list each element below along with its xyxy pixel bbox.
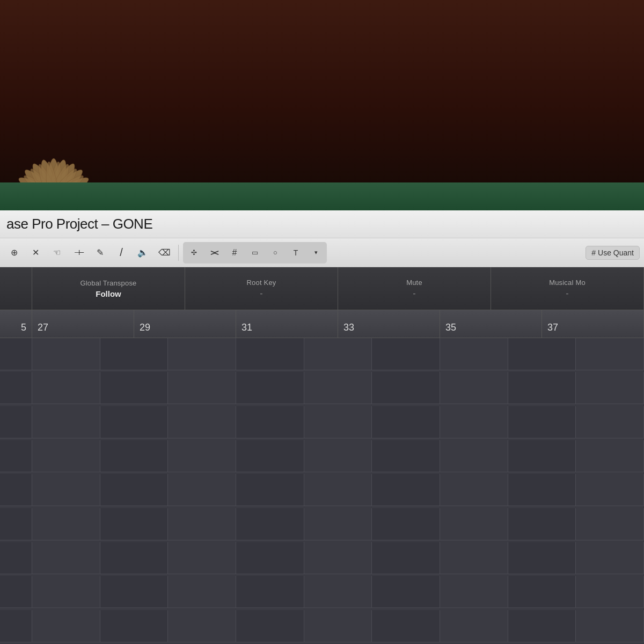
toolbar: ⊕ ✕ ☜ ⊣⊢ ✎ / 🔈 ⌫ ✣ >< # ▭ ○ T ▾ # Use Qu… [0, 238, 644, 267]
merge-button[interactable]: >< [204, 243, 224, 262]
speaker-tool-button[interactable]: 🔈 [133, 243, 152, 262]
eraser-tool-button[interactable]: ⌫ [155, 243, 174, 262]
grid-cell [100, 576, 169, 608]
grid-cell [304, 372, 372, 404]
split-tool-button[interactable]: ⊣⊢ [69, 243, 88, 262]
grid-cell [304, 508, 372, 540]
toolbar-mode-group: ✣ >< # ▭ ○ T ▾ [183, 242, 327, 264]
track-col-number [0, 267, 32, 310]
grid-cell [304, 542, 372, 574]
grid-cell [304, 440, 372, 472]
grid-cell [440, 338, 508, 370]
grid-cell [168, 338, 236, 370]
grid-cell [304, 610, 372, 642]
grid-cell [440, 440, 508, 472]
grid-cell [508, 440, 576, 472]
grid-cell [100, 440, 169, 472]
text-button[interactable]: T [286, 243, 305, 262]
grid-cell [0, 440, 32, 472]
grid-cell [0, 474, 32, 506]
grid-cell [32, 440, 100, 472]
grid-cell [236, 474, 304, 506]
grid-cell [576, 610, 644, 642]
timeline-marker-31: 31 [236, 310, 338, 338]
grid-cell [372, 542, 440, 574]
timeline-marker-33: 33 [338, 310, 440, 338]
grid-cell [236, 372, 304, 404]
musical-mode-label: Musical Mo [549, 279, 586, 287]
grid-cell [576, 474, 644, 506]
grid-cell [0, 576, 32, 608]
grid-cell [32, 610, 100, 642]
grid-cell [236, 508, 304, 540]
pointer-tool-button[interactable]: ☜ [47, 243, 67, 262]
grid-cell [304, 406, 372, 438]
grid-cell [0, 338, 32, 370]
zoom-in-button[interactable]: ⊕ [4, 243, 24, 262]
grid-cell [32, 542, 100, 574]
arrangement-grid [0, 338, 644, 644]
pencil-tool-button[interactable]: ✎ [90, 243, 109, 262]
timeline-marker-35: 35 [440, 310, 542, 338]
grid-cell [32, 508, 100, 540]
grid-cell [100, 508, 169, 540]
grid-cell [0, 610, 32, 642]
grid-cell [0, 542, 32, 574]
grid-cell [32, 338, 100, 370]
close-button[interactable]: ✕ [26, 243, 45, 262]
grid-cell [304, 338, 372, 370]
grid-cell [576, 338, 644, 370]
grid-cell [508, 372, 576, 404]
hash-button[interactable]: # [225, 243, 244, 262]
grid-cell [168, 406, 236, 438]
grid-cell [236, 338, 304, 370]
grid-cell [508, 406, 576, 438]
grid-cell [576, 576, 644, 608]
musical-mode-value: - [566, 289, 568, 298]
line-tool-button[interactable]: / [112, 243, 131, 262]
grid-cell [576, 440, 644, 472]
grid-cell [100, 474, 169, 506]
grid-cell [168, 508, 236, 540]
grid-cell [508, 542, 576, 574]
use-quantize-group[interactable]: # Use Quant [586, 246, 640, 260]
grid-cell [508, 508, 576, 540]
timeline-marker-5: 5 [0, 310, 32, 338]
grid-cell [576, 542, 644, 574]
rect-button[interactable]: ▭ [245, 243, 265, 262]
grid-cell [236, 440, 304, 472]
grid-cell [236, 610, 304, 642]
grid-cell [372, 474, 440, 506]
grid-cell [168, 440, 236, 472]
grid-cell [168, 542, 236, 574]
track-col-global-transpose[interactable]: Global Transpose Follow [32, 267, 185, 310]
grid-cell [32, 406, 100, 438]
track-col-root-key[interactable]: Root Key - [185, 267, 338, 310]
grid-cell [304, 576, 372, 608]
grid-cell [508, 576, 576, 608]
track-col-musical-mode[interactable]: Musical Mo - [491, 267, 644, 310]
grid-cursor-button[interactable]: ✣ [184, 243, 203, 262]
grid-cell [0, 372, 32, 404]
dropdown-button[interactable]: ▾ [306, 243, 326, 262]
title-bar: ase Pro Project – GONE [0, 210, 644, 238]
grid-cell [236, 542, 304, 574]
grid-cell [100, 372, 169, 404]
grid-cell [100, 542, 169, 574]
grid-cell [0, 508, 32, 540]
grid-cell [576, 508, 644, 540]
timeline-ruler: 5 27 29 31 33 35 37 [0, 310, 644, 338]
track-col-mute[interactable]: Mute - [338, 267, 491, 310]
project-title: ase Pro Project – GONE [6, 216, 152, 232]
global-transpose-label: Global Transpose [80, 279, 136, 287]
track-header: Global Transpose Follow Root Key - Mute … [0, 267, 644, 310]
timeline-marker-27: 27 [32, 310, 134, 338]
green-divider-bar [0, 182, 644, 210]
grid-cell [32, 474, 100, 506]
grid-cell [100, 610, 169, 642]
timeline-marker-37: 37 [542, 310, 644, 338]
grid-cell [100, 406, 169, 438]
circle-button[interactable]: ○ [266, 243, 285, 262]
global-transpose-value: Follow [96, 289, 121, 298]
grid-cell [168, 576, 236, 608]
